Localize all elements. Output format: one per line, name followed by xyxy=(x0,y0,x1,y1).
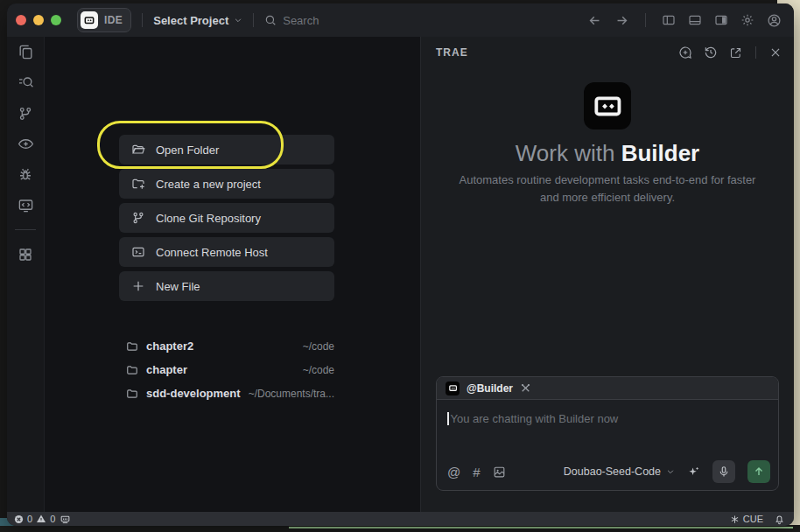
create-project-button[interactable]: Create a new project xyxy=(119,169,334,199)
minimize-window-button[interactable] xyxy=(33,15,44,25)
error-count: 0 xyxy=(27,514,32,524)
welcome-area: Open Folder Create a new project Clone G… xyxy=(45,37,420,512)
model-selector[interactable]: Doubao-Seed-Code xyxy=(564,466,675,478)
cue-label: CUE xyxy=(743,514,763,524)
chat-history-icon[interactable] xyxy=(704,46,718,60)
chat-input-toolbar: @ # Doubao-Seed-Code xyxy=(447,460,770,483)
open-folder-label: Open Folder xyxy=(156,144,219,157)
chat-text-input[interactable]: You are chatting with Builder now @ # Do… xyxy=(437,400,778,490)
search-panel-icon[interactable] xyxy=(7,67,44,98)
errors-icon xyxy=(14,514,24,524)
folder-icon xyxy=(126,364,138,376)
open-folder-button[interactable]: Open Folder xyxy=(119,135,334,164)
recent-project-path: ~/code xyxy=(303,340,334,353)
back-icon[interactable] xyxy=(587,13,602,28)
ports-icon[interactable] xyxy=(60,514,71,525)
recent-project-row[interactable]: chapter2 ~/code xyxy=(126,334,334,358)
close-window-button[interactable] xyxy=(16,15,26,25)
toggle-bottom-panel-icon[interactable] xyxy=(688,13,702,27)
new-file-label: New File xyxy=(156,280,200,293)
microphone-button[interactable] xyxy=(712,460,735,483)
recent-project-path: ~/Documents/tra... xyxy=(249,388,334,400)
trae-logo-icon xyxy=(81,11,98,29)
debug-bug-icon[interactable] xyxy=(7,159,44,190)
git-branch-icon xyxy=(131,211,145,225)
plus-icon xyxy=(131,279,145,293)
search-icon xyxy=(264,14,277,26)
welcome-actions: Open Folder Create a new project Clone G… xyxy=(119,135,334,305)
settings-gear-icon[interactable] xyxy=(740,13,754,27)
recent-project-name: chapter xyxy=(146,363,187,376)
recent-project-row[interactable]: chapter ~/code xyxy=(126,358,334,382)
terminal-panel-icon[interactable] xyxy=(7,190,44,220)
toggle-right-panel-icon[interactable] xyxy=(714,13,728,27)
connect-remote-button[interactable]: Connect Remote Host xyxy=(119,237,334,267)
hero-description: Automates routine development tasks end-… xyxy=(455,172,760,206)
divider xyxy=(15,229,36,230)
search-placeholder: Search xyxy=(283,14,319,27)
window-controls xyxy=(16,15,61,25)
project-selector[interactable]: Select Project xyxy=(153,14,242,27)
clone-repo-button[interactable]: Clone Git Repository xyxy=(119,203,334,233)
divider xyxy=(142,13,143,27)
chat-input-placeholder: You are chatting with Builder now xyxy=(451,412,619,425)
builder-mention-chip[interactable]: @Builder xyxy=(467,382,513,395)
forward-icon[interactable] xyxy=(614,13,629,28)
mention-bar: @Builder xyxy=(437,377,778,400)
new-project-icon xyxy=(131,177,145,191)
open-folder-icon xyxy=(131,143,145,157)
zoom-window-button[interactable] xyxy=(51,15,61,25)
folder-icon xyxy=(126,388,138,400)
create-project-label: Create a new project xyxy=(156,178,261,191)
window-body: Open Folder Create a new project Clone G… xyxy=(7,37,794,512)
microphone-icon xyxy=(718,466,730,478)
context-hash-icon[interactable]: # xyxy=(473,466,480,479)
hero-title: Work with Builder xyxy=(421,140,794,167)
divider xyxy=(253,13,254,27)
attach-image-icon[interactable] xyxy=(493,466,506,479)
app-badge[interactable]: IDE xyxy=(77,8,131,32)
hero-title-builder: Builder xyxy=(621,140,700,166)
builder-logo-icon xyxy=(584,82,631,130)
connect-remote-label: Connect Remote Host xyxy=(156,246,268,259)
explorer-files-icon[interactable] xyxy=(7,37,44,67)
trae-chat-panel: TRAE Work with Builder Automates routine… xyxy=(420,37,794,512)
warning-count: 0 xyxy=(50,514,55,524)
title-bar: IDE Select Project Search xyxy=(7,4,794,37)
toggle-left-panel-icon[interactable] xyxy=(662,13,676,27)
chat-input-card: @Builder You are chatting with Builder n… xyxy=(436,376,779,491)
open-in-window-icon[interactable] xyxy=(729,46,742,60)
recent-project-row[interactable]: sdd-development ~/Documents/tra... xyxy=(126,382,334,405)
enhance-sparkle-icon[interactable] xyxy=(687,466,700,479)
app-badge-label: IDE xyxy=(104,14,123,26)
panel-title: TRAE xyxy=(436,46,468,59)
new-file-button[interactable]: New File xyxy=(119,271,334,301)
new-chat-icon[interactable] xyxy=(678,46,692,60)
source-control-icon[interactable] xyxy=(7,98,44,129)
send-arrow-icon xyxy=(753,466,765,478)
chevron-down-icon xyxy=(234,16,242,24)
mention-at-icon[interactable]: @ xyxy=(447,466,460,479)
account-icon[interactable] xyxy=(767,13,782,28)
project-selector-label: Select Project xyxy=(153,14,228,27)
folder-icon xyxy=(126,340,138,353)
search-input[interactable]: Search xyxy=(264,14,319,27)
tools-icon[interactable] xyxy=(520,382,531,394)
remote-terminal-icon xyxy=(131,245,145,259)
model-name: Doubao-Seed-Code xyxy=(564,466,661,478)
notifications-bell-icon[interactable] xyxy=(774,514,785,525)
titlebar-actions xyxy=(587,13,782,28)
recent-project-path: ~/code xyxy=(303,364,334,376)
chevron-down-icon xyxy=(666,467,675,476)
chat-panel-header: TRAE xyxy=(421,37,794,68)
send-button[interactable] xyxy=(747,460,770,483)
recent-projects-list: chapter2 ~/code chapter ~/code sdd-devel… xyxy=(126,334,334,405)
close-panel-icon[interactable] xyxy=(769,46,782,59)
extensions-grid-icon[interactable] xyxy=(7,239,44,270)
problems-indicator[interactable]: 0 0 xyxy=(14,514,55,524)
eye-watch-icon[interactable] xyxy=(7,129,44,159)
divider xyxy=(755,46,756,59)
cue-status[interactable]: CUE xyxy=(730,514,763,524)
clone-repo-label: Clone Git Repository xyxy=(156,212,261,225)
builder-mini-logo-icon xyxy=(446,382,460,396)
